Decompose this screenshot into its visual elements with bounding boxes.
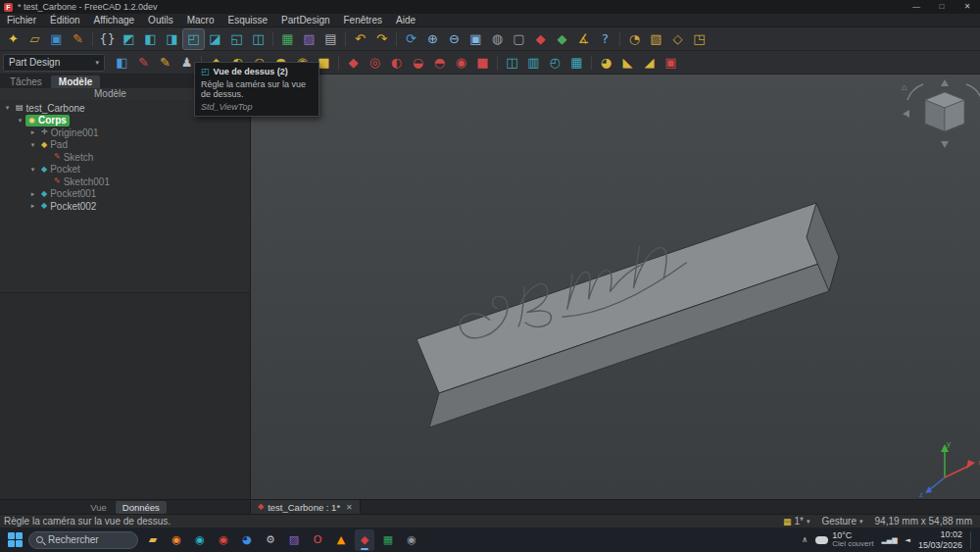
menu-item[interactable]: Outils bbox=[141, 15, 180, 25]
spreadsheet-button[interactable]: ▦ bbox=[277, 29, 298, 49]
edit-sketch-button[interactable]: ✎ bbox=[155, 53, 175, 73]
menu-item[interactable]: PartDesign bbox=[274, 15, 336, 25]
subtractive-pipe-button[interactable]: ◓ bbox=[429, 53, 450, 73]
new-document-button[interactable]: ✦ bbox=[3, 29, 24, 49]
separator[interactable] bbox=[494, 53, 501, 73]
fillet-button[interactable]: ◕ bbox=[596, 53, 616, 73]
view-top-button[interactable]: ◰ bbox=[183, 29, 204, 49]
taskbar-app-photos[interactable]: ▨ bbox=[284, 529, 304, 551]
tray-chevron-icon[interactable]: ∧ bbox=[802, 535, 808, 544]
view-rear-button[interactable]: ◪ bbox=[205, 29, 225, 49]
multi-transform-button[interactable]: ▦ bbox=[566, 53, 587, 73]
separator[interactable] bbox=[393, 29, 400, 49]
view-front-button[interactable]: ◧ bbox=[140, 29, 161, 49]
menu-item[interactable]: Aide bbox=[389, 15, 422, 25]
property-tab[interactable]: Vue bbox=[83, 501, 114, 514]
mirror-button[interactable]: ◫ bbox=[502, 53, 522, 73]
separator[interactable] bbox=[616, 29, 623, 49]
navcube-home-icon[interactable]: ⌂ bbox=[902, 82, 906, 92]
fit-all-button[interactable]: ▣ bbox=[466, 29, 486, 49]
minimize-button[interactable]: — bbox=[904, 0, 929, 14]
navcube-arrow-up[interactable] bbox=[941, 79, 949, 86]
tree-item[interactable]: ▸ ◆ Pocket001 bbox=[0, 188, 250, 201]
close-button[interactable]: ✕ bbox=[955, 0, 980, 14]
taskbar-app-gimp[interactable]: ◉ bbox=[402, 529, 421, 551]
clipping-button[interactable]: ◔ bbox=[624, 29, 645, 49]
search-input[interactable] bbox=[48, 534, 126, 545]
navcube-arrow-down[interactable] bbox=[941, 141, 949, 148]
undo-button[interactable]: ↶ bbox=[350, 29, 370, 49]
taskbar-app-firefox[interactable]: ◉ bbox=[167, 529, 186, 551]
notes-button[interactable]: ▤ bbox=[320, 29, 341, 49]
weather-widget[interactable]: 10°C Ciel couvert bbox=[815, 531, 873, 548]
panel-tab[interactable]: Modèle bbox=[51, 75, 100, 88]
taskbar-search[interactable] bbox=[28, 531, 138, 549]
zoom-out-button[interactable]: ⊖ bbox=[444, 29, 465, 49]
network-icon[interactable]: ▂▄▆ bbox=[881, 536, 897, 544]
view-bottom-button[interactable]: ◱ bbox=[226, 29, 247, 49]
separator[interactable] bbox=[335, 53, 342, 73]
navcube-arrow-left[interactable] bbox=[903, 110, 909, 118]
subtractive-primitive-button[interactable]: ■ bbox=[472, 53, 493, 73]
taskbar-app-freecad[interactable]: ◆ bbox=[355, 529, 374, 551]
linear-pattern-button[interactable]: ▥ bbox=[523, 53, 544, 73]
measure-button[interactable]: ∡ bbox=[573, 29, 594, 49]
model-carbon-block[interactable] bbox=[416, 203, 839, 427]
separator[interactable] bbox=[588, 53, 595, 73]
groove-button[interactable]: ◐ bbox=[386, 53, 407, 73]
menu-item[interactable]: Fenêtres bbox=[337, 15, 389, 25]
taskbar-app-sheets[interactable]: ▦ bbox=[378, 529, 398, 551]
tree-expander[interactable]: ▸ bbox=[27, 190, 38, 198]
maximize-button[interactable]: □ bbox=[929, 0, 955, 14]
close-icon[interactable]: ✕ bbox=[346, 503, 353, 512]
workbench-selector[interactable]: Part Design ▾ bbox=[3, 54, 105, 72]
box-zoom-button[interactable]: ▢ bbox=[509, 29, 529, 49]
subtractive-loft-button[interactable]: ◒ bbox=[408, 53, 428, 73]
3d-viewport[interactable]: ⌂ bbox=[251, 75, 980, 499]
view-left-button[interactable]: ◫ bbox=[248, 29, 269, 49]
chamfer-button[interactable]: ◣ bbox=[617, 53, 638, 73]
image-button[interactable]: ▨ bbox=[299, 29, 319, 49]
active-view-indicator[interactable]: ▦ 1* ▾ bbox=[783, 516, 809, 527]
tree-item[interactable]: ▸ ✛ Origine001 bbox=[0, 126, 250, 139]
create-sketch-button[interactable]: ✎ bbox=[133, 53, 154, 73]
menu-item[interactable]: Édition bbox=[43, 15, 87, 25]
menu-item[interactable]: Affichage bbox=[87, 15, 142, 25]
taskbar-app-edge[interactable]: ◕ bbox=[237, 529, 257, 551]
3d-scene[interactable]: ⌂ bbox=[251, 75, 980, 499]
panel-tab[interactable]: Tâches bbox=[2, 75, 50, 88]
axis-cross-button[interactable]: ◆ bbox=[552, 29, 572, 49]
tree-expander[interactable]: ▸ bbox=[27, 128, 38, 136]
tree-expander[interactable]: ▾ bbox=[27, 166, 38, 174]
macro-button[interactable]: {} bbox=[97, 29, 118, 49]
pocket-button[interactable]: ◆ bbox=[343, 53, 364, 73]
tree-expander[interactable]: ▾ bbox=[27, 141, 38, 149]
refresh-button[interactable]: ⟳ bbox=[401, 29, 421, 49]
polar-pattern-button[interactable]: ◴ bbox=[545, 53, 565, 73]
perspective-button[interactable]: ◇ bbox=[667, 29, 688, 49]
view-right-button[interactable]: ◨ bbox=[162, 29, 182, 49]
navigation-cube[interactable]: ⌂ bbox=[902, 79, 980, 148]
volume-icon[interactable]: ◄ bbox=[906, 536, 910, 544]
open-document-button[interactable]: ▱ bbox=[24, 29, 45, 49]
thickness-button[interactable]: ▣ bbox=[661, 53, 681, 73]
navcube-rotate-ccw-icon[interactable] bbox=[907, 84, 923, 100]
tree-expander[interactable]: ▾ bbox=[2, 104, 13, 112]
tree-item[interactable]: ▾ ◆ Pocket bbox=[0, 164, 250, 176]
show-desktop-button[interactable] bbox=[970, 531, 974, 549]
taskbar-app-chrome[interactable]: ◉ bbox=[214, 529, 233, 551]
hole-button[interactable]: ◎ bbox=[365, 53, 385, 73]
tree-item[interactable]: ✎ Sketch bbox=[0, 151, 250, 164]
separator[interactable] bbox=[342, 29, 349, 49]
separator[interactable] bbox=[89, 29, 96, 49]
texture-button[interactable]: ▧ bbox=[646, 29, 666, 49]
taskbar-app-settings[interactable]: ⚙ bbox=[261, 529, 280, 551]
view-isometric-button[interactable]: ◩ bbox=[119, 29, 139, 49]
draft-button[interactable]: ◢ bbox=[639, 53, 660, 73]
tree-expander[interactable]: ▾ bbox=[15, 117, 25, 125]
start-button[interactable] bbox=[6, 531, 24, 549]
taskbar-app-explorer[interactable]: ▰ bbox=[143, 529, 163, 551]
document-tab[interactable]: ◆ test_Carbone : 1* ✕ bbox=[251, 500, 361, 514]
tree-expander[interactable]: ▸ bbox=[27, 202, 38, 210]
menu-item[interactable]: Fichier bbox=[0, 15, 43, 25]
